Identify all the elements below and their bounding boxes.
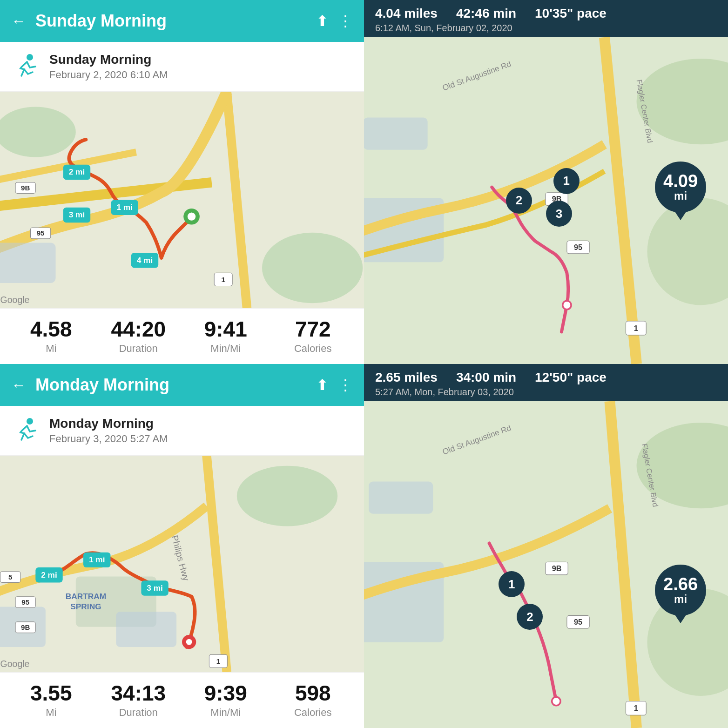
monday-right-pace: 12'50" pace xyxy=(535,370,607,385)
more-icon[interactable]: ⋮ xyxy=(338,12,353,30)
monday-badge-large-unit: mi xyxy=(674,593,687,605)
monday-header: ← Monday Morning ⬆ ⋮ xyxy=(0,364,364,406)
svg-text:Google: Google xyxy=(0,659,30,669)
svg-rect-46 xyxy=(116,612,176,647)
sunday-activity-name: Sunday Morning xyxy=(49,52,168,67)
svg-text:1: 1 xyxy=(634,324,638,332)
sunday-stat-calories: 772 Calories xyxy=(270,318,357,355)
svg-text:9B: 9B xyxy=(21,184,30,192)
monday-stat-calories-label: Calories xyxy=(270,707,357,719)
route-badge-2: 2 xyxy=(506,188,532,214)
svg-text:9B: 9B xyxy=(21,623,30,631)
monday-stats: 3.55 Mi 34:13 Duration 9:39 Min/Mi 598 C… xyxy=(0,672,364,728)
sunday-details: Sunday Morning February 2, 2020 6:10 AM xyxy=(49,52,168,81)
monday-right-panel: 2.65 miles 34:00 min 12'50" pace 5:27 AM… xyxy=(364,364,728,728)
back-icon[interactable]: ← xyxy=(11,13,26,30)
monday-activity-date: February 3, 2020 5:27 AM xyxy=(49,433,168,445)
monday-right-map[interactable]: 95 9B 1 Old St Augustine Rd Flagler Cent… xyxy=(364,401,728,728)
sunday-stat-duration-value: 44:20 xyxy=(95,318,182,340)
sunday-stat-calories-label: Calories xyxy=(270,343,357,355)
monday-stat-duration: 34:13 Duration xyxy=(95,682,182,719)
svg-text:1 mi: 1 mi xyxy=(89,555,105,564)
route-badge-1: 1 xyxy=(553,168,580,194)
sunday-right-header: 4.04 miles 42:46 min 10'35" pace 6:12 AM… xyxy=(364,0,728,37)
svg-point-55 xyxy=(186,639,192,645)
monday-route-badge-large: 2.66 mi xyxy=(655,565,706,616)
svg-text:SPRING: SPRING xyxy=(70,602,101,611)
monday-stat-distance-value: 3.55 xyxy=(7,682,95,704)
sunday-stat-duration-label: Duration xyxy=(95,343,182,355)
monday-more-icon[interactable]: ⋮ xyxy=(338,376,353,394)
share-icon[interactable]: ⬆ xyxy=(316,12,329,30)
monday-left-panel: ← Monday Morning ⬆ ⋮ Monday Morning Febr… xyxy=(0,364,364,728)
svg-rect-7 xyxy=(0,243,56,283)
monday-run-icon xyxy=(12,417,40,445)
badge-large-unit: mi xyxy=(674,190,687,202)
monday-stat-duration-label: Duration xyxy=(95,707,182,719)
monday-details: Monday Morning February 3, 2020 5:27 AM xyxy=(49,416,168,445)
svg-text:2 mi: 2 mi xyxy=(69,167,85,176)
monday-stat-pace-label: Min/Mi xyxy=(182,707,270,719)
sunday-right-datetime: 6:12 AM, Sun, February 02, 2020 xyxy=(375,23,717,34)
svg-text:1 mi: 1 mi xyxy=(116,202,133,212)
sunday-header: ← Sunday Morning ⬆ ⋮ xyxy=(0,0,364,42)
svg-point-40 xyxy=(27,418,33,425)
sunday-right-panel: 4.04 miles 42:46 min 10'35" pace 6:12 AM… xyxy=(364,0,728,364)
sunday-activity-info: Sunday Morning February 2, 2020 6:10 AM xyxy=(0,42,364,92)
monday-stat-distance-label: Mi xyxy=(7,707,95,719)
monday-stat-distance: 3.55 Mi xyxy=(7,682,95,719)
svg-point-21 xyxy=(188,213,195,221)
monday-activity-info: Monday Morning February 3, 2020 5:27 AM xyxy=(0,406,364,456)
sunday-stat-pace-value: 9:41 xyxy=(182,318,270,340)
sunday-stat-pace-label: Min/Mi xyxy=(182,343,270,355)
sunday-stats: 4.58 Mi 44:20 Duration 9:41 Min/Mi 772 C… xyxy=(0,308,364,364)
svg-text:1: 1 xyxy=(634,704,638,712)
sunday-left-panel: ← Sunday Morning ⬆ ⋮ Sunday Morning Febr… xyxy=(0,0,364,364)
monday-route-badge-1: 1 xyxy=(499,571,525,597)
sunday-right-duration: 42:46 min xyxy=(456,6,516,21)
svg-text:95: 95 xyxy=(37,229,45,237)
route-badge-large: 4.09 mi xyxy=(655,162,706,213)
sunday-right-miles: 4.04 miles xyxy=(375,6,438,21)
svg-text:95: 95 xyxy=(21,598,29,606)
sunday-stat-duration: 44:20 Duration xyxy=(95,318,182,355)
svg-text:95: 95 xyxy=(574,243,582,251)
sunday-title: Sunday Morning xyxy=(35,11,307,31)
svg-text:1: 1 xyxy=(221,276,225,283)
monday-stat-pace-value: 9:39 xyxy=(182,682,270,704)
sunday-map[interactable]: 95 9B 2 mi 3 mi 1 mi 4 mi Google 1 xyxy=(0,92,364,308)
svg-point-6 xyxy=(262,233,363,303)
sunday-stat-pace: 9:41 Min/Mi xyxy=(182,318,270,355)
svg-point-0 xyxy=(27,54,33,61)
svg-text:BARTRAM: BARTRAM xyxy=(66,592,106,601)
monday-activity-name: Monday Morning xyxy=(49,416,168,431)
svg-text:1: 1 xyxy=(216,657,220,665)
run-icon xyxy=(12,53,40,81)
svg-text:9B: 9B xyxy=(552,564,562,573)
monday-back-icon[interactable]: ← xyxy=(11,377,26,394)
monday-right-datetime: 5:27 AM, Mon, February 03, 2020 xyxy=(375,387,717,398)
monday-right-top-stats: 2.65 miles 34:00 min 12'50" pace xyxy=(375,370,717,385)
monday-share-icon[interactable]: ⬆ xyxy=(316,376,329,394)
sunday-stat-calories-value: 772 xyxy=(270,318,357,340)
sunday-activity-date: February 2, 2020 6:10 AM xyxy=(49,69,168,81)
monday-right-duration: 34:00 min xyxy=(456,370,516,385)
sunday-stat-distance-label: Mi xyxy=(7,343,95,355)
sunday-right-pace: 10'35" pace xyxy=(535,6,607,21)
svg-point-39 xyxy=(563,301,571,309)
monday-right-miles: 2.65 miles xyxy=(375,370,438,385)
badge-large-num: 4.09 xyxy=(663,172,698,190)
monday-stat-pace: 9:39 Min/Mi xyxy=(182,682,270,719)
sunday-right-map[interactable]: 95 9B 1 Old St Augustine Rd Flagler Cent… xyxy=(364,37,728,364)
route-badge-3: 3 xyxy=(546,201,572,227)
svg-text:95: 95 xyxy=(574,618,582,626)
svg-text:5: 5 xyxy=(8,573,12,581)
monday-stat-calories-value: 598 xyxy=(270,682,357,704)
svg-rect-71 xyxy=(369,482,433,514)
monday-stat-calories: 598 Calories xyxy=(270,682,357,719)
svg-rect-29 xyxy=(364,118,428,150)
monday-map[interactable]: 9B 5 95 Philips Hwy 2 mi 1 mi 3 mi BARTR… xyxy=(0,456,364,672)
monday-badge-large-num: 2.66 xyxy=(663,575,698,593)
svg-text:3 mi: 3 mi xyxy=(147,583,163,593)
sunday-right-top-stats: 4.04 miles 42:46 min 10'35" pace xyxy=(375,6,717,21)
